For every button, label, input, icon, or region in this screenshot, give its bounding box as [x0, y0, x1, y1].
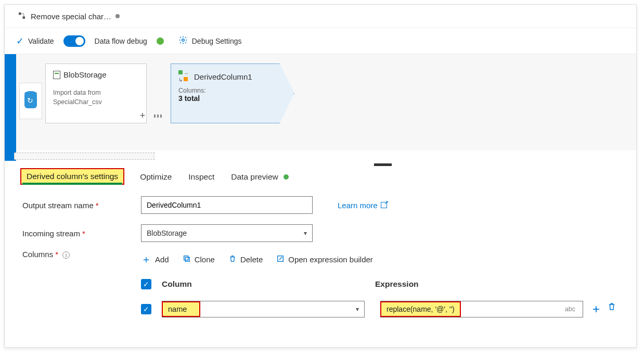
expression-input[interactable]: replace(name, '@', '') abc	[380, 301, 583, 317]
tab-inspect[interactable]: Inspect	[187, 169, 215, 185]
row-checkbox[interactable]: ✓	[141, 304, 151, 314]
svg-point-0	[182, 39, 185, 41]
debug-settings-button[interactable]: Debug Settings	[178, 35, 242, 47]
column-name-value: name	[162, 301, 200, 317]
check-icon: ✓	[16, 35, 24, 47]
expression-value: replace(name, '@', '')	[380, 301, 461, 317]
debug-toggle[interactable]	[63, 35, 85, 47]
dataflow-toolbar: ✓ Validate Data flow debug Debug Setting…	[5, 28, 636, 54]
validate-button[interactable]: ✓ Validate	[16, 35, 54, 47]
derived-column-icon: → ↳	[178, 70, 189, 83]
tab-optimize[interactable]: Optimize	[139, 169, 173, 185]
source-dataset-badge[interactable]	[19, 83, 42, 119]
database-icon	[24, 94, 37, 108]
clone-label: Clone	[195, 255, 215, 264]
tab-data-preview[interactable]: Data preview	[230, 169, 290, 185]
file-icon	[53, 71, 60, 79]
settings-tabstrip: Derived column's settings Optimize Inspe…	[5, 163, 636, 185]
select-all-checkbox[interactable]: ✓	[141, 279, 151, 289]
clone-column-button[interactable]: Clone	[183, 252, 215, 266]
tab-preview-label: Data preview	[231, 172, 278, 181]
node-derived-columns-label: Columns:	[178, 87, 287, 94]
datatype-hint: abc	[562, 306, 578, 313]
learn-more-label: Learn more	[338, 201, 378, 210]
tab-remove-special-char[interactable]: Remove special char…	[10, 8, 127, 25]
edit-icon	[276, 255, 285, 264]
delete-row-button[interactable]	[607, 302, 616, 316]
info-icon[interactable]: i	[62, 251, 70, 259]
copy-icon	[183, 255, 191, 264]
node-source-sub1: Import data from	[53, 88, 139, 98]
add-label: Add	[155, 255, 169, 264]
incoming-stream-label: Incoming stream*	[22, 229, 132, 238]
dataflow-canvas[interactable]: BlobStorage Import data from SpecialChar…	[5, 54, 636, 150]
unsaved-indicator-icon	[115, 14, 120, 18]
canvas-drop-zone[interactable]	[14, 152, 154, 160]
learn-more-link[interactable]: Learn more	[338, 201, 387, 210]
svg-rect-1	[185, 257, 189, 261]
derived-settings-panel: Output stream name* Learn more Incoming …	[5, 185, 636, 333]
tab-optimize-label: Optimize	[140, 172, 172, 181]
node-derived-columns-count: 3 total	[178, 94, 287, 103]
delete-column-button[interactable]: Delete	[228, 252, 263, 266]
open-expression-builder-button[interactable]: Open expression builder	[276, 252, 373, 266]
open-builder-label: Open expression builder	[288, 255, 373, 264]
gear-icon	[178, 35, 188, 47]
svg-rect-2	[184, 256, 188, 260]
incoming-stream-select[interactable]: BlobStorage ▾	[141, 224, 313, 242]
node-blobstorage[interactable]: BlobStorage Import data from SpecialChar…	[45, 63, 147, 123]
debug-status-icon	[157, 37, 164, 45]
canvas-edge-strip	[5, 54, 16, 161]
editor-tabbar: Remove special char…	[5, 5, 636, 28]
columns-action-bar: ＋ Add Clone Delete Open expression buil	[141, 252, 619, 266]
node-derived-title: DerivedColumn1	[194, 72, 252, 81]
output-stream-label: Output stream name*	[22, 201, 132, 210]
add-column-button[interactable]: ＋ Add	[141, 252, 169, 266]
node-source-sub2: SpecialChar_csv	[53, 98, 139, 107]
debug-settings-label: Debug Settings	[192, 37, 242, 45]
flow-connector	[154, 115, 163, 118]
external-link-icon	[381, 202, 387, 208]
tab-title: Remove special char…	[31, 12, 111, 21]
chevron-down-icon: ▾	[356, 306, 359, 313]
debug-toggle-label: Data flow debug	[95, 37, 147, 45]
tab-inspect-label: Inspect	[188, 172, 214, 181]
trash-icon	[228, 255, 237, 264]
add-transform-button[interactable]: +	[282, 110, 292, 120]
add-row-button[interactable]: +	[593, 302, 600, 316]
node-source-title: BlobStorage	[63, 70, 107, 79]
delete-label: Delete	[240, 255, 263, 264]
output-stream-input[interactable]	[141, 196, 313, 214]
validate-label: Validate	[28, 37, 54, 45]
add-transform-button[interactable]: +	[138, 110, 147, 120]
incoming-stream-value: BlobStorage	[147, 229, 187, 237]
columns-section-label: Columns* i	[22, 250, 132, 259]
column-name-select[interactable]: name ▾	[162, 301, 365, 317]
columns-table: ✓ Column Expression ✓ name ▾ replace(nam…	[141, 276, 625, 322]
preview-status-icon	[284, 174, 289, 180]
header-expression: Expression	[375, 279, 419, 289]
table-row: ✓ name ▾ replace(name, '@', '') abc +	[141, 297, 625, 322]
panel-resize-handle[interactable]	[374, 163, 392, 166]
header-column: Column	[162, 279, 359, 289]
columns-table-header: ✓ Column Expression	[141, 276, 625, 297]
node-derivedcolumn1[interactable]: → ↳ DerivedColumn1 Columns: 3 total +	[171, 63, 294, 123]
dataflow-icon	[17, 11, 27, 22]
tab-derived-settings[interactable]: Derived column's settings	[20, 168, 124, 185]
tab-derived-settings-label: Derived column's settings	[27, 172, 118, 181]
chevron-down-icon: ▾	[304, 230, 307, 237]
plus-icon: ＋	[141, 252, 151, 266]
